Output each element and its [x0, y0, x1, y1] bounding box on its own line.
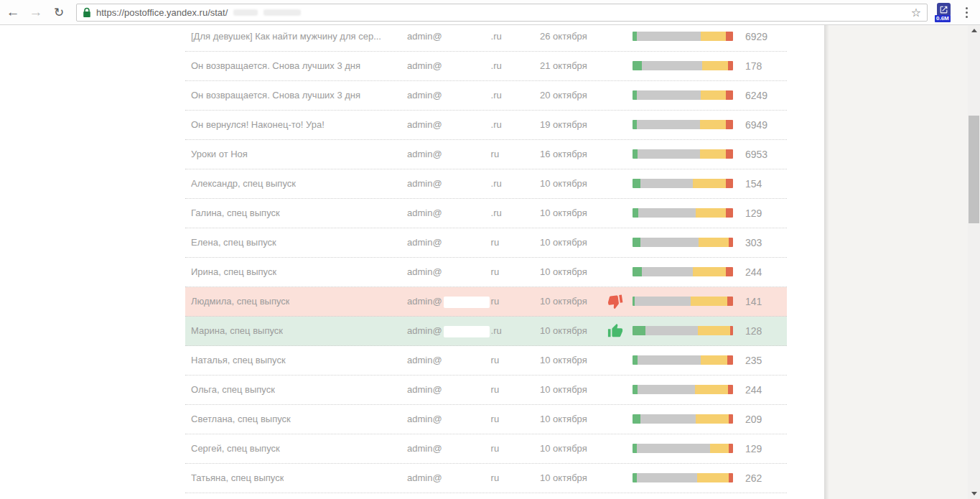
bar-red-segment [728, 385, 733, 394]
bar-green-segment [633, 179, 640, 188]
send-date: 4 октября [540, 493, 582, 499]
bar-gray-segment [642, 267, 693, 276]
bar-red-segment [727, 297, 733, 306]
campaign-row[interactable]: Людмила, спец выпуск admin@ru 10 октября… [185, 287, 787, 317]
bar-yellow-segment [700, 120, 726, 129]
bar-red-segment [728, 61, 733, 70]
sender-email: admin@ru [407, 140, 502, 169]
campaign-row[interactable]: [Для девушек] Как найти мужчину для сер.… [185, 25, 787, 52]
campaign-title: [Для девушек] Как найти мужчину для сер.… [191, 25, 381, 51]
scrollbar-thumb[interactable] [969, 116, 979, 223]
send-date: 10 октября [540, 434, 587, 463]
url-redacted-segment [233, 9, 258, 16]
delivery-stats-bar [633, 238, 733, 247]
campaign-row[interactable]: Сергей, спец выпуск admin@ru 10 октября … [185, 434, 787, 464]
campaign-title: Наталья, спец выпуск [191, 346, 286, 375]
bar-gray-segment [637, 90, 701, 100]
scroll-up-button[interactable] [968, 25, 980, 36]
url-text[interactable]: https://postoffice.yandex.ru/stat/ [96, 7, 228, 18]
bar-yellow-segment [695, 385, 728, 394]
email-redaction-box [444, 385, 490, 396]
bar-green-segment [633, 238, 640, 247]
reload-button[interactable]: ↻ [49, 2, 69, 22]
bar-gray-segment [637, 444, 710, 453]
extension-button[interactable]: 0.6M [935, 1, 954, 24]
campaign-row[interactable]: Он вернулся! Наконец-то! Ура! admin@.ru … [185, 111, 787, 140]
sender-email: admin@ru [407, 287, 502, 316]
forward-button[interactable]: → [26, 2, 46, 22]
bar-red-segment [727, 355, 733, 365]
delivery-stats-bar [633, 208, 733, 218]
send-date: 19 октября [540, 111, 587, 139]
bar-gray-segment [637, 32, 701, 41]
bar-gray-segment [637, 120, 700, 129]
campaign-row[interactable]: Ирина, спец выпуск admin@ru 10 октября 2… [185, 258, 787, 287]
bar-red-segment [726, 208, 733, 218]
campaign-row[interactable]: Елена, спец выпуск admin@ru 10 октября 3… [185, 228, 787, 258]
bar-red-segment [729, 414, 733, 424]
campaign-row[interactable]: Светлана, спец выпуск admin@ru 10 октябр… [185, 405, 787, 434]
send-date: 26 октября [540, 25, 587, 51]
send-date: 10 октября [540, 405, 587, 434]
stat-value: 235 [745, 346, 762, 375]
bar-yellow-segment [710, 444, 729, 453]
email-redaction-box [444, 32, 490, 43]
sender-email: admin@ru [407, 464, 502, 493]
vertical-scrollbar[interactable] [968, 25, 980, 499]
bar-gray-segment [638, 208, 696, 218]
stats-table: [Для девушек] Как найти мужчину для сер.… [185, 25, 787, 499]
thumbs-down-icon [607, 293, 625, 311]
campaign-title: Светлана, спец выпуск [191, 405, 291, 434]
sender-email: admin@ru [407, 376, 502, 404]
send-date: 10 октября [540, 258, 587, 286]
campaign-title: Людмила, спец выпуск [191, 287, 289, 316]
campaign-row[interactable]: Он возвращается. Снова лучших 3 дня admi… [185, 81, 787, 111]
stat-value: 262 [745, 464, 762, 493]
bar-red-segment [726, 32, 733, 41]
send-date: 10 октября [540, 199, 587, 228]
bookmark-star-icon[interactable]: ☆ [911, 6, 921, 19]
stat-value: 6954 [745, 493, 767, 499]
campaign-title: Уроки от Ноя [191, 140, 248, 169]
sender-email: admin@ru [407, 346, 502, 375]
campaign-row[interactable]: Он возвращается. Снова лучших 3 дня admi… [185, 52, 787, 81]
stat-value: 129 [745, 199, 762, 228]
bar-gray-segment [642, 61, 702, 70]
delivery-stats-bar [633, 385, 733, 394]
bar-red-segment [729, 444, 733, 453]
extension-badge: 0.6M [935, 15, 951, 22]
campaign-title: Он вернулся! Наконец-то! Ура! [191, 111, 325, 139]
sender-email: admin@.ru [407, 317, 502, 345]
stat-value: 129 [745, 434, 762, 463]
campaign-row[interactable]: Ольга, спец выпуск admin@ru 10 октября 2… [185, 376, 787, 405]
campaign-row[interactable]: Галина, спец выпуск admin@.ru 10 октября… [185, 199, 787, 228]
campaign-title: Ольга, спец выпуск [191, 376, 275, 404]
url-redacted-segment [263, 9, 301, 16]
campaign-title: Ирина, спец выпуск [191, 258, 276, 286]
bar-gray-segment [640, 238, 699, 247]
browser-menu-button[interactable] [958, 2, 974, 22]
email-redaction-box [444, 149, 490, 161]
scroll-down-button[interactable] [968, 488, 980, 499]
email-redaction-box [444, 326, 490, 337]
campaign-row[interactable]: Уроки от Ноя admin@ru 16 октября 6953 [185, 140, 787, 169]
bar-gray-segment [645, 326, 698, 335]
delivery-stats-bar [633, 61, 733, 70]
campaign-row[interactable]: Мудрости от дедушки admin@ 4 октября 695… [185, 493, 787, 499]
stat-value: 178 [745, 52, 762, 80]
delivery-stats-bar [633, 120, 733, 129]
campaign-row[interactable]: Марина, спец выпуск admin@.ru 10 октября… [185, 317, 787, 346]
campaign-row[interactable]: Татьяна, спец выпуск admin@ru 10 октября… [185, 464, 787, 493]
bar-green-segment [633, 326, 645, 335]
address-bar[interactable]: https://postoffice.yandex.ru/stat/ ☆ [76, 4, 928, 22]
delivery-stats-bar [633, 414, 733, 424]
stat-value: 244 [745, 376, 762, 404]
campaign-row[interactable]: Наталья, спец выпуск admin@ru 10 октября… [185, 346, 787, 376]
bar-yellow-segment [696, 208, 726, 218]
campaign-row[interactable]: Александр, спец выпуск admin@.ru 10 октя… [185, 169, 787, 199]
bar-red-segment [726, 179, 733, 188]
campaign-title: Сергей, спец выпуск [191, 434, 280, 463]
email-redaction-box [444, 208, 490, 220]
send-date: 10 октября [540, 317, 587, 345]
back-button[interactable]: ← [3, 2, 23, 22]
